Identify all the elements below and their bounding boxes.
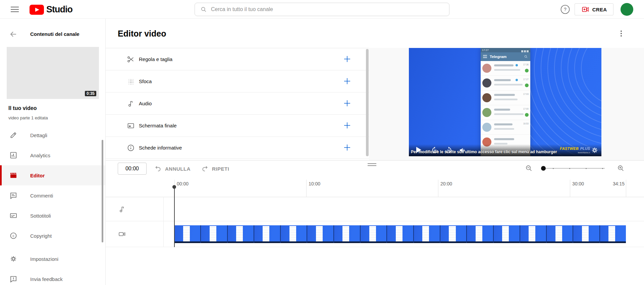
audio-track-row[interactable] (106, 197, 644, 221)
video-thumbnail-segment[interactable] (547, 225, 573, 243)
sidebar-item-invia-feedback[interactable]: Invia feedback (0, 269, 105, 285)
video-thumbnail-segment[interactable] (414, 225, 440, 243)
sidebar-scrollbar[interactable] (102, 140, 103, 242)
video-thumbnail-segment[interactable] (228, 225, 254, 243)
video-thumbnail-segment[interactable] (573, 225, 600, 243)
add-blur-button[interactable] (340, 75, 354, 88)
create-button[interactable]: CREA (575, 3, 613, 15)
video-thumbnail-segment[interactable] (520, 225, 547, 243)
youtube-studio-logo[interactable]: Studio (30, 4, 72, 15)
redo-button[interactable]: RIPETI (201, 163, 229, 175)
phone-status-icons (521, 49, 529, 51)
channel-search-bar[interactable] (195, 3, 449, 16)
zoom-out-icon[interactable] (525, 165, 533, 172)
sidebar-item-dettagli[interactable]: Dettagli (0, 125, 105, 145)
tool-row-sfoca[interactable]: Sfoca (106, 70, 369, 93)
fastweb-watermark: FASTWEB PLUS fastwebplus.it (560, 146, 590, 154)
playhead-line[interactable] (174, 188, 175, 247)
ruler-track[interactable]: 00:00 10:00 20:00 30:00 34:15 (174, 180, 626, 197)
pencil-icon (9, 131, 17, 139)
feedback-icon (9, 275, 17, 283)
tool-label: Audio (139, 101, 152, 106)
video-plus-icon (581, 5, 589, 13)
analytics-icon (9, 151, 17, 159)
add-trim-button[interactable] (340, 53, 354, 66)
tool-row-regola-e-taglia[interactable]: Regola e taglia (106, 48, 369, 70)
help-button[interactable]: ? (559, 4, 571, 15)
video-preview[interactable]: 17:27 Telegram 17:3617:2717:0317:0016:53… (409, 48, 601, 156)
video-thumbnail-segment[interactable] (467, 225, 493, 243)
video-track-icon (118, 230, 126, 238)
video-thumbnail-segment[interactable] (254, 225, 281, 243)
sidebar-item-sottotitoli[interactable]: Sottotitoli (0, 206, 105, 226)
video-thumbnail-segment[interactable] (440, 225, 467, 243)
redo-button-label: RIPETI (212, 166, 229, 172)
sidebar-item-editor[interactable]: Editor (0, 165, 105, 185)
ruler-tick-label: 30:00 (572, 181, 584, 186)
gear-icon (9, 255, 17, 263)
sidebar-item-label: Editor (30, 173, 45, 178)
sidebar-item-commenti[interactable]: Commenti (0, 185, 105, 206)
video-thumbnail-segment[interactable] (494, 225, 520, 243)
play-icon[interactable] (416, 147, 421, 153)
tools-scrollbar[interactable] (366, 49, 369, 156)
timeline-drag-handle[interactable] (368, 163, 376, 167)
tool-label: Sfoca (139, 78, 152, 84)
zoom-slider-knob[interactable] (541, 166, 546, 171)
undo-button[interactable]: ANNULLA (154, 163, 191, 175)
plus-icon (343, 77, 352, 86)
video-thumbnail-segment[interactable] (387, 225, 414, 243)
player-settings-gear-icon[interactable] (591, 146, 599, 154)
sidebar-item-impostazioni[interactable]: Impostazioni (0, 249, 105, 269)
tool-row-schede-informative[interactable]: Schede informative (106, 137, 369, 159)
playhead-handle[interactable] (172, 185, 176, 189)
sidebar-item-copyright[interactable]: c Copyright (0, 226, 105, 246)
blur-icon (127, 77, 135, 86)
video-thumbnail-segment[interactable] (201, 225, 227, 243)
hamburger-menu-icon[interactable] (11, 6, 19, 13)
plus-icon (343, 55, 352, 63)
video-thumbnail-segment[interactable] (281, 225, 307, 243)
redo-icon (201, 165, 209, 172)
back-arrow-icon[interactable] (9, 30, 17, 38)
create-button-label: CREA (592, 7, 607, 12)
kebab-menu-icon[interactable] (617, 30, 625, 38)
video-thumbnails-strip[interactable] (174, 225, 626, 243)
volume-icon[interactable] (459, 146, 467, 154)
rewind-10-icon[interactable]: 10 (431, 146, 439, 154)
ruler-tick-label: 20:00 (440, 181, 452, 186)
add-end-screen-button[interactable] (340, 119, 354, 132)
add-audio-button[interactable] (340, 97, 354, 110)
sidebar-item-label: Copyright (30, 233, 52, 239)
ruler-end-label: 34:15 (613, 181, 625, 186)
plus-icon (343, 143, 352, 152)
telegram-header: Telegram (481, 52, 530, 61)
ruler-tick-label: 00:00 (177, 181, 189, 186)
video-thumbnail-segment[interactable] (174, 225, 201, 243)
youtube-studio-editor-page: Studio ? CREA Contenuti del canale 0:35 … (0, 0, 644, 285)
info-icon (127, 144, 135, 152)
timeline-zoom-slider[interactable] (541, 168, 605, 169)
current-time-field[interactable]: 00:00 (118, 163, 147, 175)
tool-row-schermata-finale[interactable]: Schermata finale (106, 115, 369, 137)
video-thumbnail-segment[interactable] (361, 225, 387, 243)
telegram-chat-row: 17:03 (481, 91, 530, 105)
video-thumbnail-segment[interactable] (307, 225, 334, 243)
video-subtitle: video parte 1 editata (8, 115, 48, 120)
video-thumbnail-segment[interactable] (334, 225, 361, 243)
tool-row-audio[interactable]: Audio (106, 93, 369, 115)
search-input[interactable] (211, 6, 449, 12)
undo-icon (154, 165, 162, 172)
add-info-card-button[interactable] (340, 141, 354, 155)
timeline-tracks (106, 197, 644, 247)
telegram-screenshot: 17:27 Telegram 17:3617:2717:0317:0016:53 (481, 48, 530, 156)
timeline-ruler[interactable]: 00:00 10:00 20:00 30:00 34:15 (106, 180, 644, 197)
sidebar-header-title[interactable]: Contenuti del canale (30, 31, 79, 37)
sidebar-item-analytics[interactable]: Analytics (0, 145, 105, 165)
search-icon (200, 6, 207, 13)
video-thumbnail-segment[interactable] (600, 225, 626, 243)
forward-10-icon[interactable]: 10 (444, 146, 452, 154)
zoom-in-icon[interactable] (617, 165, 625, 172)
phone-status-time: 17:27 (482, 49, 489, 52)
account-avatar[interactable] (621, 3, 633, 16)
